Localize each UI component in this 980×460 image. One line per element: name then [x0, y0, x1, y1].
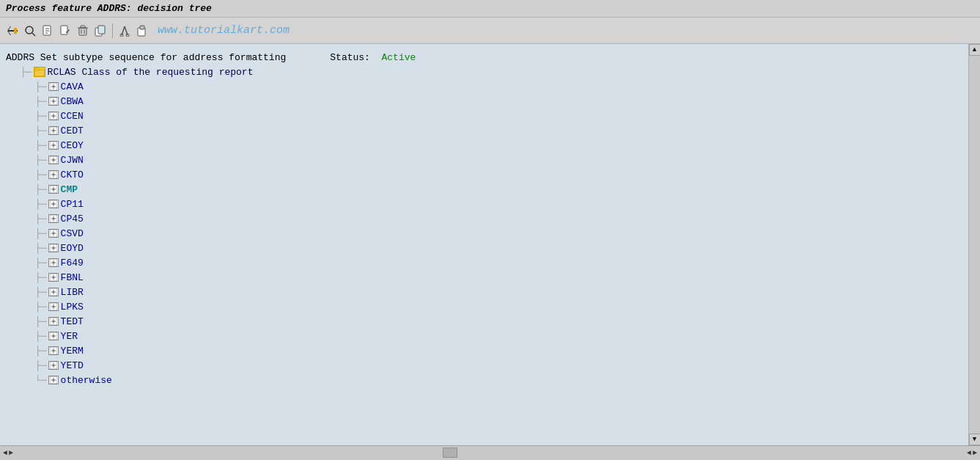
node-icon-cp11[interactable] — [48, 200, 59, 208]
leaf-label-cp45: CP45 — [61, 213, 84, 224]
svg-rect-25 — [34, 68, 39, 70]
back-btn[interactable] — [4, 23, 21, 39]
leaf-node-otherwise: └─otherwise — [35, 373, 965, 387]
svg-rect-11 — [79, 28, 86, 35]
leaf-label-cjwn: CJWN — [61, 155, 84, 166]
delete-btn[interactable] — [75, 23, 91, 39]
status-text: Status: Active — [330, 52, 416, 63]
rclas-key: RCLAS — [48, 67, 82, 78]
node-icon-f649[interactable] — [48, 258, 59, 267]
scroll-area[interactable]: ADDRS Set subtype sequence for address f… — [0, 44, 968, 445]
leaf-label-libr: LIBR — [61, 287, 84, 298]
leaf-node-ckto: ├─CKTO — [35, 167, 965, 182]
leaf-label-otherwise: otherwise — [61, 375, 112, 386]
node-icon-cava[interactable] — [48, 82, 59, 91]
node-icon-lpks[interactable] — [48, 302, 59, 311]
node-icon-cjwn[interactable] — [48, 156, 59, 164]
leaf-label-csvd: CSVD — [61, 228, 84, 239]
bottom-left-arrows[interactable]: ◄ ► — [0, 449, 16, 457]
title-bar: Process feature ADDRS: decision tree — [0, 0, 980, 18]
root-key: ADDRS — [6, 52, 40, 63]
leaf-node-ceoy: ├─CEOY — [35, 138, 965, 153]
leaf-node-eoyd: ├─EOYD — [35, 241, 965, 255]
bottom-right-arrows[interactable]: ◄ ► — [964, 449, 980, 457]
leaf-label-yer: YER — [61, 331, 78, 342]
leaf-node-csvd: ├─CSVD — [35, 226, 965, 241]
leaf-label-cmp: CMP — [61, 184, 78, 195]
node-icon-ccen[interactable] — [48, 112, 59, 120]
leaf-label-ccen: CCEN — [61, 111, 84, 122]
node-icon-fbnl[interactable] — [48, 273, 59, 282]
status-value: Active — [382, 52, 416, 63]
root-desc: Set subtype sequence for address formatt… — [40, 52, 286, 63]
node-icon-otherwise[interactable] — [48, 376, 59, 384]
leaf-label-cedt: CEDT — [61, 125, 84, 136]
node-icon-csvd[interactable] — [48, 229, 59, 238]
leaf-node-cava: ├─CAVA — [35, 79, 965, 94]
node-icon-cbwa[interactable] — [48, 97, 59, 106]
leaf-label-cava: CAVA — [61, 81, 84, 92]
bottom-scrollbar[interactable] — [16, 446, 964, 460]
scroll-down-arrow[interactable]: ▼ — [969, 434, 981, 445]
svg-line-4 — [32, 33, 35, 36]
leaf-nodes: ├─CAVA├─CBWA├─CCEN├─CEDT├─CEOY├─CJWN├─CK… — [6, 79, 965, 387]
leaf-label-cbwa: CBWA — [61, 96, 84, 107]
svg-rect-13 — [81, 26, 85, 28]
nav-next-arrow[interactable]: ► — [973, 449, 977, 457]
svg-rect-23 — [140, 26, 144, 29]
leaf-label-tedt: TEDT — [61, 316, 84, 327]
leaf-node-cp45: ├─CP45 — [35, 211, 965, 226]
leaf-label-f649: F649 — [61, 258, 84, 269]
nav-prev-arrow[interactable]: ◄ — [967, 449, 971, 457]
leaf-label-lpks: LPKS — [61, 302, 84, 313]
svg-rect-17 — [98, 26, 105, 34]
node-icon-yerm[interactable] — [48, 346, 59, 355]
leaf-label-eoyd: EOYD — [61, 243, 84, 254]
node-icon-ckto[interactable] — [48, 170, 59, 179]
main-content: ADDRS Set subtype sequence for address f… — [0, 44, 980, 445]
node-icon-yer[interactable] — [48, 332, 59, 340]
paste-btn[interactable] — [134, 23, 150, 39]
watermark: www.tutorialkart.com — [158, 24, 290, 37]
leaf-node-f649: ├─F649 — [35, 255, 965, 270]
leaf-node-cjwn: ├─CJWN — [35, 153, 965, 167]
leaf-node-cedt: ├─CEDT — [35, 123, 965, 138]
node-icon-libr[interactable] — [48, 288, 59, 296]
h-scroll-thumb[interactable] — [443, 448, 457, 458]
copy-btn[interactable] — [92, 23, 108, 39]
search-btn[interactable] — [22, 23, 38, 39]
right-scrollbar[interactable]: ▲ ▼ — [968, 44, 980, 445]
level1-node: ├─ RCLAS Class of the requesting report — [21, 65, 965, 79]
svg-line-10 — [66, 32, 67, 33]
node-icon-tedt[interactable] — [48, 317, 59, 326]
folder-icon-rclas[interactable] — [34, 67, 45, 77]
rclas-desc: Class of the requesting report — [81, 67, 253, 78]
leaf-label-yetd: YETD — [61, 360, 84, 371]
new-btn[interactable] — [40, 23, 56, 39]
node-icon-ceoy[interactable] — [48, 141, 59, 150]
leaf-node-cp11: ├─CP11 — [35, 197, 965, 211]
leaf-node-ccen: ├─CCEN — [35, 109, 965, 123]
leaf-node-yer: ├─YER — [35, 329, 965, 343]
leaf-node-tedt: ├─TEDT — [35, 314, 965, 329]
cut-btn[interactable] — [117, 23, 133, 39]
leaf-label-ceoy: CEOY — [61, 140, 84, 151]
nav-left-arrow[interactable]: ◄ — [3, 449, 7, 457]
leaf-node-lpks: ├─LPKS — [35, 299, 965, 314]
leaf-node-cbwa: ├─CBWA — [35, 94, 965, 109]
toolbar-sep1 — [112, 23, 113, 38]
node-icon-cp45[interactable] — [48, 214, 59, 223]
node-icon-cedt[interactable] — [48, 126, 59, 135]
leaf-node-libr: ├─LIBR — [35, 285, 965, 299]
node-icon-cmp[interactable] — [48, 185, 59, 194]
leaf-node-fbnl: ├─FBNL — [35, 270, 965, 285]
edit-btn[interactable] — [57, 23, 73, 39]
leaf-node-cmp: ├─CMP — [35, 182, 965, 197]
node-icon-yetd[interactable] — [48, 361, 59, 370]
node-icon-eoyd[interactable] — [48, 244, 59, 252]
leaf-node-yetd: ├─YETD — [35, 358, 965, 373]
svg-rect-2 — [14, 28, 17, 34]
scroll-up-arrow[interactable]: ▲ — [969, 44, 981, 56]
leaf-label-fbnl: FBNL — [61, 272, 84, 283]
nav-right-arrow-left[interactable]: ► — [9, 449, 13, 457]
